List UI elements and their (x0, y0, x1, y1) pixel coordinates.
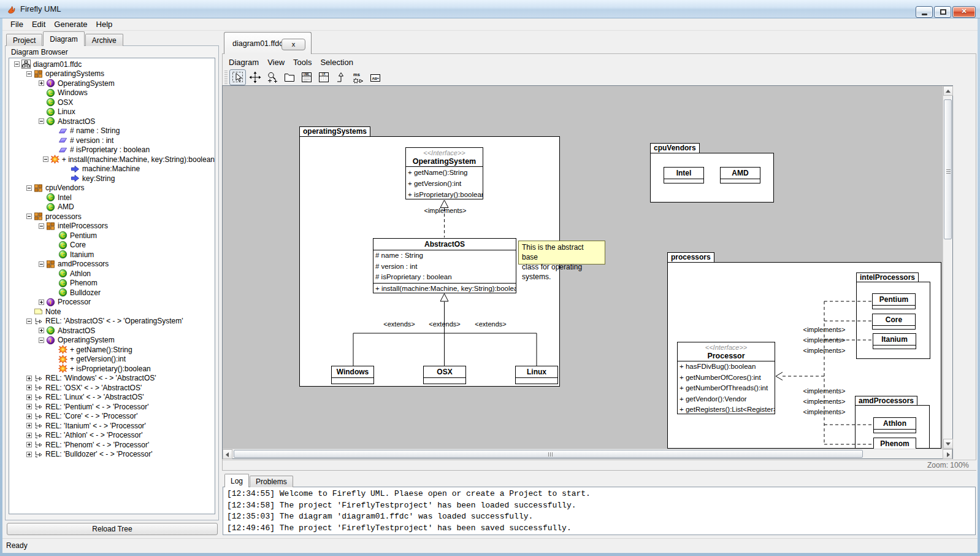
document-tab-close-button[interactable]: x (281, 39, 305, 50)
tree-item-relationship[interactable]: REL: 'OSX' < - > 'AbstractOS' (9, 383, 215, 393)
tree-item[interactable]: CPhenom (9, 279, 215, 288)
tree-expand-toggle[interactable] (26, 214, 32, 219)
tab-problems[interactable]: Problems (250, 476, 293, 487)
editor-menu-tools[interactable]: Tools (289, 56, 316, 69)
tree-item[interactable]: diagram01.ffdc (9, 60, 215, 69)
uml-class-intel[interactable]: Intel (664, 167, 704, 183)
tree-item[interactable]: CItanium (9, 250, 215, 260)
tree-expand-toggle[interactable] (26, 433, 32, 438)
tree-item[interactable]: CAbstractOS (9, 117, 215, 126)
menu-file[interactable]: File (6, 18, 28, 31)
menu-generate[interactable]: Generate (50, 18, 91, 31)
tree-item-relationship[interactable]: REL: 'Bulldozer' < - > 'Processor' (9, 450, 215, 460)
tree-expand-toggle[interactable] (26, 423, 32, 428)
menu-edit[interactable]: Edit (28, 18, 50, 31)
tree-expand-toggle[interactable] (26, 385, 32, 390)
document-tab[interactable]: diagram01.ffdc x (224, 32, 312, 54)
uml-class-itanium[interactable]: Itanium (873, 333, 916, 349)
tree-item[interactable]: COSX (9, 98, 215, 107)
tree-expand-toggle[interactable] (26, 71, 32, 77)
tree-expand-toggle[interactable] (39, 223, 44, 229)
editor-menu-diagram[interactable]: Diagram (224, 56, 263, 69)
tree-expand-toggle[interactable] (43, 156, 48, 162)
tab-log[interactable]: Log (224, 474, 249, 487)
tree-item[interactable]: operatingSystems (9, 69, 215, 79)
tree-item[interactable]: CWindows (9, 88, 215, 98)
uml-class-amd[interactable]: AMD (720, 167, 760, 183)
titlebar[interactable]: Firefly UML ✕ (0, 0, 980, 18)
canvas-vertical-scrollbar[interactable] (943, 86, 952, 449)
uml-interface-processor[interactable]: <<Interface>> Processor + hasFDivBug():b… (677, 342, 775, 414)
tree-item-relationship[interactable]: REL: 'Windows' < - > 'AbstractOS' (9, 374, 215, 384)
tab-diagram[interactable]: Diagram (43, 31, 84, 46)
uml-class-windows[interactable]: Windows (331, 366, 374, 384)
diagram-browser-tree[interactable]: diagram01.ffdcoperatingSystemsIOperating… (9, 58, 215, 514)
maximize-button[interactable] (934, 6, 951, 18)
horizontal-scroll-thumb[interactable] (234, 450, 863, 458)
tree-expand-toggle[interactable] (26, 185, 32, 191)
tree-item[interactable]: CAMD (9, 203, 215, 212)
tree-expand-toggle[interactable] (14, 61, 20, 67)
tree-item-relationship[interactable]: REL: 'Core' < - > 'Processor' (9, 412, 215, 422)
tree-expand-toggle[interactable] (26, 452, 32, 457)
tree-item[interactable]: + install(machine:Machine, key:String):b… (9, 155, 215, 164)
interface-tool[interactable]: I.F. (315, 69, 332, 85)
tree-item[interactable]: CAbstractOS (9, 326, 215, 336)
uml-class-pentium[interactable]: Pentium (872, 293, 916, 309)
editor-menu-selection[interactable]: Selection (316, 56, 357, 69)
select-tool[interactable] (229, 69, 246, 85)
note-tool[interactable]: AB (367, 69, 383, 85)
tree-expand-toggle[interactable] (39, 261, 44, 267)
tree-expand-toggle[interactable] (26, 319, 32, 324)
tree-item[interactable]: # name : String (9, 126, 215, 136)
uml-interface-operatingsystem[interactable]: <<Interface>> OperatingSystem + getName(… (405, 147, 483, 199)
tree-expand-toggle[interactable] (39, 118, 44, 124)
tab-archive[interactable]: Archive (85, 34, 123, 46)
tree-item[interactable]: CBulldozer (9, 288, 215, 298)
tree-expand-toggle[interactable] (26, 376, 32, 381)
tree-item[interactable]: IOperatingSystem (9, 79, 215, 88)
tree-item[interactable]: CLinux (9, 107, 215, 117)
move-tool[interactable] (247, 69, 263, 85)
tree-item[interactable]: machine:Machine (9, 164, 215, 174)
zoom-tool[interactable] (264, 69, 280, 85)
log-output[interactable]: [12:34:55] Welcome to Firefly UML. Plaes… (223, 487, 976, 535)
uml-class-abstractos[interactable]: AbstractOS # name : String# version : in… (373, 238, 516, 293)
uml-class-core[interactable]: Core (872, 314, 916, 330)
scroll-up-button[interactable] (943, 86, 953, 96)
tree-item[interactable]: CPentium (9, 231, 215, 241)
tab-project[interactable]: Project (6, 34, 42, 46)
tree-expand-toggle[interactable] (26, 442, 32, 447)
tree-expand-toggle[interactable] (26, 414, 32, 419)
tree-item[interactable]: + isProprietary():boolean (9, 364, 215, 374)
tree-item-relationship[interactable]: REL: 'Itanium' < - > 'Processor' (9, 421, 215, 431)
uml-class-linux[interactable]: Linux (515, 366, 558, 384)
tree-item[interactable]: processors (9, 212, 215, 222)
tree-item[interactable]: + getName():String (9, 345, 215, 355)
close-button[interactable]: ✕ (952, 6, 976, 18)
tree-item-relationship[interactable]: REL: 'Athlon' < - > 'Processor' (9, 431, 215, 441)
method-tool[interactable]: ms (350, 69, 366, 85)
scroll-down-button[interactable] (943, 439, 953, 449)
tree-item[interactable]: # version : int (9, 136, 215, 145)
canvas-horizontal-scrollbar[interactable] (223, 449, 952, 458)
tree-expand-toggle[interactable] (39, 328, 44, 333)
reload-tree-button[interactable]: Reload Tree (7, 523, 218, 535)
minimize-button[interactable] (916, 6, 933, 18)
class-tool[interactable]: UML (298, 69, 315, 85)
menu-help[interactable]: Help (92, 18, 117, 31)
scroll-left-button[interactable] (223, 449, 232, 459)
diagram-canvas[interactable]: operatingSystems cpuVendors processors i… (223, 86, 943, 449)
uml-class-osx[interactable]: OSX (423, 366, 466, 384)
tree-item[interactable]: CCore (9, 241, 215, 250)
tree-item-relationship[interactable]: REL: 'Pentium' < - > 'Processor' (9, 402, 215, 412)
tree-expand-toggle[interactable] (26, 395, 32, 400)
package-tool[interactable] (281, 69, 297, 85)
tree-item[interactable]: + getVersion():int (9, 355, 215, 365)
tree-item[interactable]: key:String (9, 174, 215, 183)
tree-item[interactable]: # isProprietary : boolean (9, 145, 215, 155)
tree-item[interactable]: IOperatingSystem (9, 336, 215, 346)
tree-item[interactable]: IProcessor (9, 298, 215, 307)
tree-item-relationship[interactable]: REL: 'Linux' < - > 'AbstractOS' (9, 393, 215, 403)
uml-class-phenom[interactable]: Phenom (873, 438, 916, 449)
